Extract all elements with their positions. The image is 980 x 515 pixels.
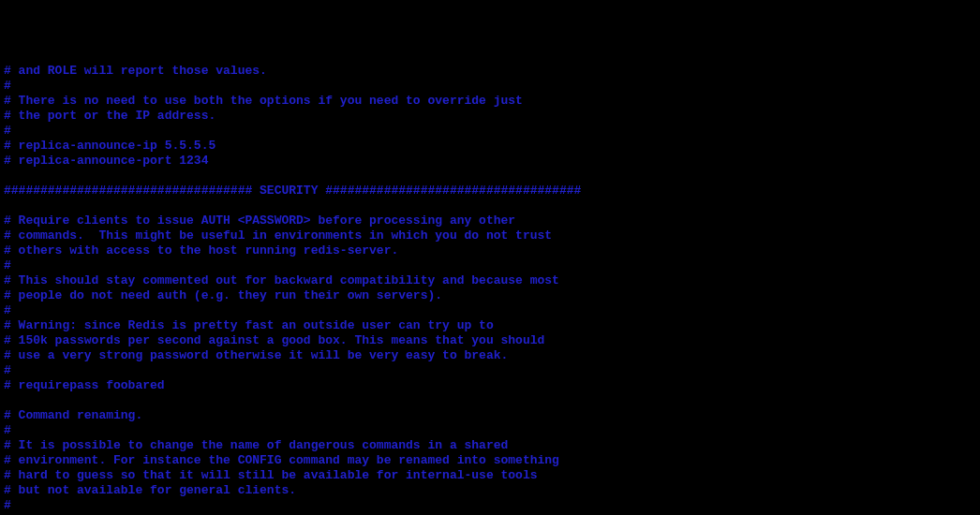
config-line: # [4,423,976,438]
config-line: # the port or the IP address. [4,109,976,124]
terminal-output: # and ROLE will report those values.## T… [4,64,976,515]
config-line: # but not available for general clients. [4,483,976,498]
config-line [4,393,976,408]
config-line: # use a very strong password otherwise i… [4,348,976,363]
config-line: # Command renaming. [4,408,976,423]
config-line: # hard to guess so that it will still be… [4,468,976,483]
config-line: # others with access to the host running… [4,243,976,258]
config-line: # It is possible to change the name of d… [4,438,976,453]
config-line: # [4,79,976,94]
config-line: # 150k passwords per second against a go… [4,333,976,348]
config-line: # There is no need to use both the optio… [4,94,976,109]
config-line: # replica-announce-ip 5.5.5.5 [4,139,976,154]
config-line: # people do not need auth (e.g. they run… [4,288,976,303]
config-line: # environment. For instance the CONFIG c… [4,453,976,468]
config-line: # replica-announce-port 1234 [4,154,976,169]
config-line: # [4,124,976,139]
config-line: # Require clients to issue AUTH <PASSWOR… [4,213,976,228]
config-line [4,199,976,213]
config-line: # [4,363,976,378]
config-line: ################################## SECUR… [4,184,976,199]
config-line: # This should stay commented out for bac… [4,273,976,288]
config-line: # and ROLE will report those values. [4,64,976,79]
config-line: # [4,258,976,273]
config-line [4,169,976,184]
config-line: # [4,498,976,513]
config-line: # commands. This might be useful in envi… [4,228,976,243]
config-line: # [4,303,976,318]
config-line: # requirepass foobared [4,378,976,393]
config-line: # Warning: since Redis is pretty fast an… [4,318,976,333]
